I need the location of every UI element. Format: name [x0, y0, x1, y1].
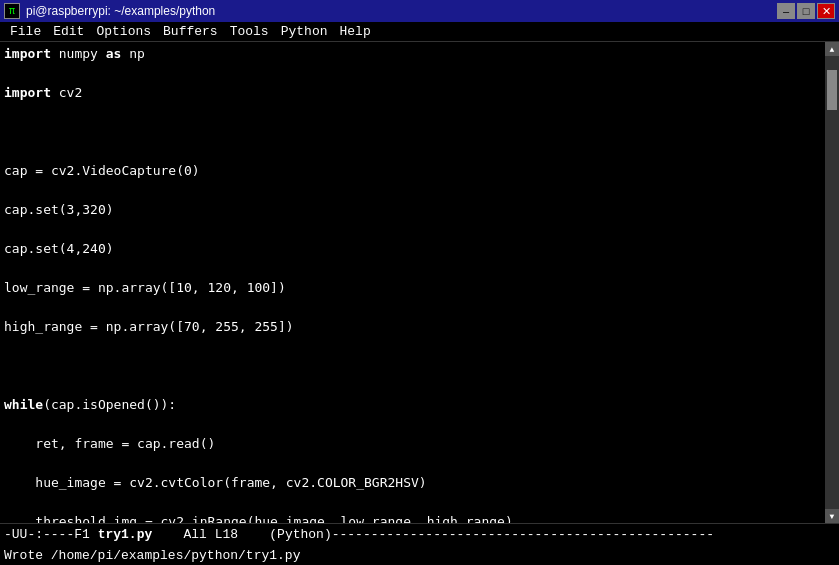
menu-item-options[interactable]: Options [90, 24, 157, 39]
line-6: cap.set(4,240) [4, 239, 835, 259]
terminal-icon: π [4, 3, 20, 19]
status-mode: -UU-:----F1 [4, 527, 90, 542]
code-area: import numpy as np import cv2 cap = cv2.… [0, 42, 839, 523]
window-title: pi@raspberrypi: ~/examples/python [26, 4, 215, 18]
title-bar: π pi@raspberrypi: ~/examples/python – □ … [0, 0, 839, 22]
status-spacer2 [152, 527, 183, 542]
line-3 [4, 122, 835, 142]
title-bar-left: π pi@raspberrypi: ~/examples/python [4, 3, 215, 19]
menu-item-python[interactable]: Python [275, 24, 334, 39]
status-language: (Python) [269, 527, 331, 542]
status-spacer3 [238, 527, 269, 542]
line-10: while(cap.isOpened()): [4, 395, 835, 415]
menu-item-help[interactable]: Help [333, 24, 376, 39]
line-5: cap.set(3,320) [4, 200, 835, 220]
minimize-button[interactable]: – [777, 3, 795, 19]
maximize-button[interactable]: □ [797, 3, 815, 19]
bottom-bar: Wrote /home/pi/examples/python/try1.py [0, 545, 839, 565]
scrollbar-thumb[interactable] [827, 70, 837, 110]
line-7: low_range = np.array([10, 120, 100]) [4, 278, 835, 298]
menu-item-buffers[interactable]: Buffers [157, 24, 224, 39]
scrollbar-up-button[interactable]: ▲ [825, 42, 839, 56]
line-2: import cv2 [4, 83, 835, 103]
line-12: hue_image = cv2.cvtColor(frame, cv2.COLO… [4, 473, 835, 493]
menu-item-edit[interactable]: Edit [47, 24, 90, 39]
code-content: import numpy as np import cv2 cap = cv2.… [4, 44, 835, 523]
close-button[interactable]: ✕ [817, 3, 835, 19]
line-1: import numpy as np [4, 44, 835, 64]
status-bar: -UU-:----F1 try1.py All L18 (Python) ---… [0, 523, 839, 545]
bottom-message: Wrote /home/pi/examples/python/try1.py [4, 548, 300, 563]
line-13: threshold_img = cv2.inRange(hue_image, l… [4, 512, 835, 523]
line-9 [4, 356, 835, 376]
menu-item-tools[interactable]: Tools [224, 24, 275, 39]
status-dashes: ----------------------------------------… [332, 527, 714, 542]
menu-item-file[interactable]: File [4, 24, 47, 39]
status-spacer [90, 527, 98, 542]
line-11: ret, frame = cap.read() [4, 434, 835, 454]
line-4: cap = cv2.VideoCapture(0) [4, 161, 835, 181]
line-8: high_range = np.array([70, 255, 255]) [4, 317, 835, 337]
status-position: All L18 [183, 527, 238, 542]
title-buttons: – □ ✕ [777, 3, 835, 19]
menu-bar: FileEditOptionsBuffersToolsPythonHelp [0, 22, 839, 42]
scrollbar[interactable]: ▲ ▼ [825, 42, 839, 523]
status-filename: try1.py [98, 527, 153, 542]
scrollbar-down-button[interactable]: ▼ [825, 509, 839, 523]
